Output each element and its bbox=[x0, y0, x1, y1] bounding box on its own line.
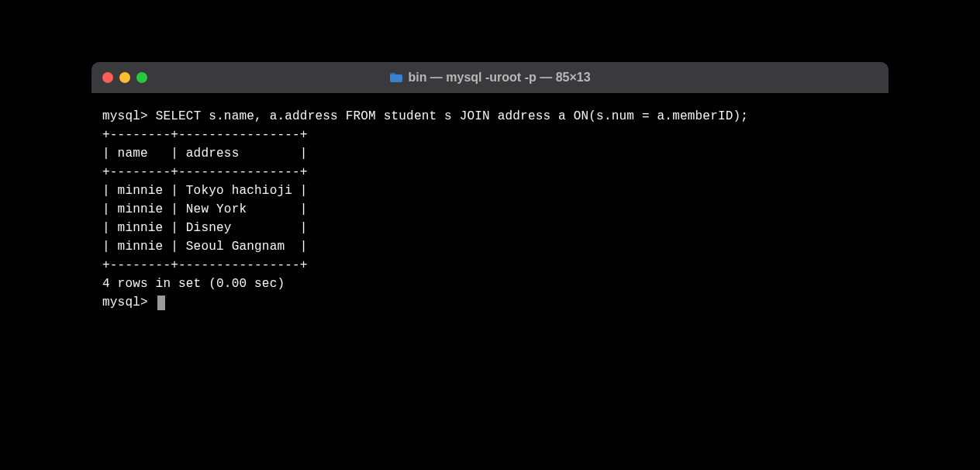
close-button[interactable] bbox=[102, 72, 113, 83]
folder-icon bbox=[389, 72, 403, 83]
minimize-button[interactable] bbox=[119, 72, 130, 83]
result-status: 4 rows in set (0.00 sec) bbox=[102, 277, 285, 291]
terminal-body[interactable]: mysql> SELECT s.name, a.address FROM stu… bbox=[91, 93, 889, 330]
window-title: bin — mysql -uroot -p — 85×13 bbox=[408, 71, 590, 85]
table-row: | minnie | Tokyo hachioji | bbox=[102, 184, 308, 198]
prompt: mysql> bbox=[102, 295, 156, 309]
table-border: +--------+----------------+ bbox=[102, 258, 308, 272]
table-border: +--------+----------------+ bbox=[102, 128, 308, 142]
title-content: bin — mysql -uroot -p — 85×13 bbox=[91, 71, 889, 85]
prompt-line: mysql> bbox=[102, 293, 878, 312]
terminal-window: bin — mysql -uroot -p — 85×13 mysql> SEL… bbox=[91, 62, 889, 330]
prompt: mysql> bbox=[102, 109, 156, 123]
table-row: | minnie | New York | bbox=[102, 202, 308, 216]
maximize-button[interactable] bbox=[136, 72, 147, 83]
titlebar: bin — mysql -uroot -p — 85×13 bbox=[91, 62, 889, 93]
table-row: | minnie | Disney | bbox=[102, 221, 308, 235]
traffic-lights bbox=[102, 72, 147, 83]
table-border: +--------+----------------+ bbox=[102, 165, 308, 179]
table-row: | minnie | Seoul Gangnam | bbox=[102, 240, 308, 254]
cursor bbox=[157, 295, 165, 310]
sql-query: SELECT s.name, a.address FROM student s … bbox=[156, 109, 749, 123]
terminal-output: mysql> SELECT s.name, a.address FROM stu… bbox=[102, 107, 878, 293]
table-header: | name | address | bbox=[102, 147, 308, 161]
